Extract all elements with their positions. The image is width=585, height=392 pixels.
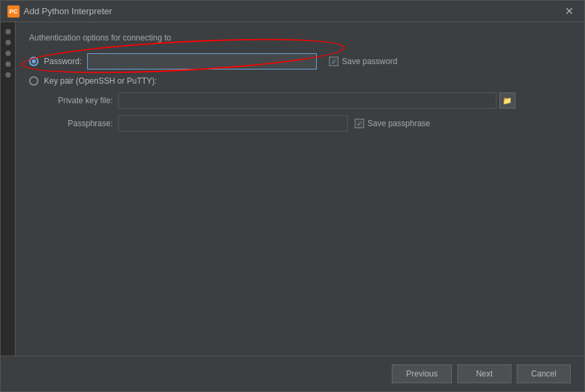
save-passphrase-label: Save passphrase bbox=[367, 119, 430, 128]
keypair-option-label: Key pair (OpenSSH or PuTTY): bbox=[44, 76, 157, 86]
cancel-button[interactable]: Cancel bbox=[517, 364, 571, 383]
private-key-input-group: 📁 bbox=[118, 92, 515, 109]
password-input[interactable] bbox=[87, 53, 317, 69]
passphrase-row: Passphrase: Save passphrase bbox=[29, 115, 571, 132]
add-python-interpreter-dialog: PC Add Python Interpreter ✕ Authenticati… bbox=[0, 0, 585, 392]
button-row: Previous Next Cancel bbox=[1, 356, 584, 391]
passphrase-label: Passphrase: bbox=[44, 119, 118, 128]
sidebar-dot-1 bbox=[5, 29, 11, 34]
close-button[interactable]: ✕ bbox=[561, 5, 578, 18]
private-key-label: Private key file: bbox=[44, 96, 118, 105]
spacer bbox=[29, 138, 571, 345]
title-bar-left: PC Add Python Interpreter bbox=[7, 5, 112, 18]
password-radio[interactable] bbox=[29, 57, 39, 66]
sidebar bbox=[1, 22, 16, 356]
save-passphrase-checkbox[interactable] bbox=[355, 119, 364, 128]
sidebar-dot-3 bbox=[5, 51, 11, 56]
private-key-input[interactable] bbox=[118, 92, 497, 109]
keypair-radio[interactable] bbox=[29, 76, 39, 86]
sidebar-dot-2 bbox=[5, 40, 11, 45]
main-content: Authentication options for connecting to… bbox=[16, 22, 584, 356]
previous-button[interactable]: Previous bbox=[392, 364, 452, 383]
save-password-group: Save password bbox=[329, 57, 397, 66]
password-option-label: Password: bbox=[44, 57, 82, 66]
section-title: Authentication options for connecting to bbox=[29, 33, 571, 43]
save-password-checkbox[interactable] bbox=[329, 57, 338, 66]
sidebar-dot-5 bbox=[5, 72, 11, 78]
save-password-label: Save password bbox=[342, 57, 397, 66]
dialog-body: Authentication options for connecting to… bbox=[1, 22, 584, 356]
dialog-title: Add Python Interpreter bbox=[24, 6, 112, 16]
browse-button[interactable]: 📁 bbox=[499, 92, 515, 109]
title-bar: PC Add Python Interpreter ✕ bbox=[1, 1, 584, 22]
save-passphrase-group: Save passphrase bbox=[355, 119, 430, 128]
private-key-row: Private key file: 📁 bbox=[29, 92, 571, 109]
password-option-row: Password: Save password bbox=[29, 53, 571, 69]
next-button[interactable]: Next bbox=[457, 364, 511, 383]
passphrase-input[interactable] bbox=[118, 115, 348, 132]
keypair-option-row: Key pair (OpenSSH or PuTTY): bbox=[29, 76, 571, 86]
sidebar-dot-4 bbox=[5, 61, 11, 67]
pc-icon: PC bbox=[7, 5, 20, 18]
